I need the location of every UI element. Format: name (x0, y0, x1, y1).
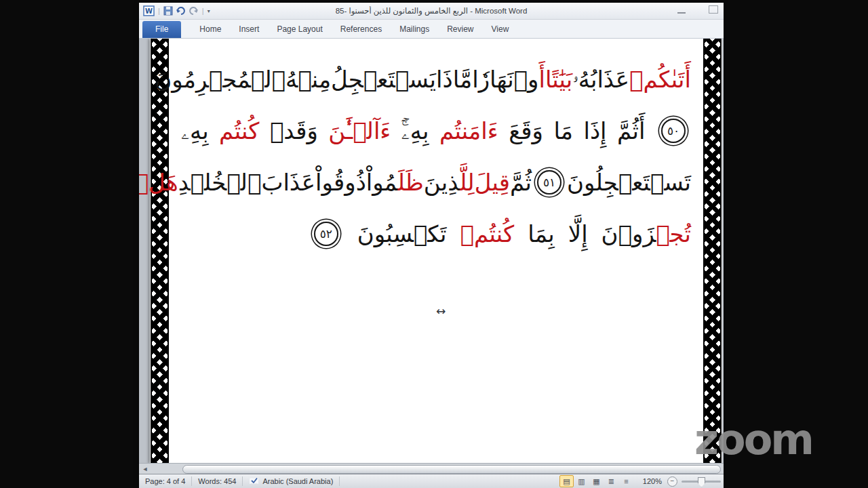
resize-cursor-icon: ↔ (436, 304, 446, 318)
undo-icon[interactable] (176, 7, 186, 16)
quran-word: تُجۡزَوۡنَ (601, 220, 691, 247)
quran-line: ٥٠أَثُمَّإِذَامَاوَقَعَءَامَنتُمبِهِۦٓۚء… (181, 105, 691, 157)
quran-word: إِلَّا (568, 220, 588, 247)
quran-word: ظَلَمُواْ (366, 169, 424, 196)
quran-word: ءَامَنتُم (439, 117, 498, 144)
titlebar: W | | ▾ الربع الخامس والثمانون للذين أحس… (139, 3, 724, 20)
video-background: { "titlebar": { "document_title": "الربع… (0, 0, 868, 488)
quran-word: لِلَّذِينَ (424, 169, 475, 196)
proofing-icon (249, 477, 259, 485)
quran-word: بَيَٰتًا (545, 66, 572, 93)
view-print-layout-button[interactable]: ▤ (559, 475, 574, 487)
quran-word: بِمَا (528, 220, 554, 247)
svg-text:W: W (145, 7, 153, 15)
zoom-out-button[interactable]: − (667, 476, 677, 487)
tab-view[interactable]: View (483, 21, 518, 38)
quran-word: مَا (553, 117, 573, 144)
quran-word: كُنتُمۡ (460, 220, 515, 247)
view-draft-button[interactable]: ≡ (619, 475, 633, 487)
quran-line: تُجۡزَوۡنَإِلَّابِمَاكُنتُمۡتَكۡسِبُونَ٥… (181, 208, 691, 260)
tab-references[interactable]: References (332, 21, 391, 38)
quick-access-toolbar: W | | ▾ (139, 5, 210, 16)
quran-word: ٱلۡخُلۡدِ (178, 169, 262, 196)
view-outline-button[interactable]: ≣ (604, 475, 618, 487)
tab-mailings[interactable]: Mailings (391, 21, 438, 38)
ornament-border-right (703, 39, 722, 464)
zoom-level[interactable]: 120% (637, 477, 667, 485)
page[interactable]: أَتَىٰكُمۡعَذَابُهُۥبَيَٰتًاأَوۡنَهَارٗا… (150, 39, 722, 464)
quran-word: أَتَىٰكُمۡ (629, 66, 691, 93)
statusbar: Page: 4 of 4 Words: 454 Arabic (Saudi Ar… (139, 474, 724, 488)
quran-word: مَّاذَا (436, 66, 472, 93)
scrollbar-thumb[interactable] (182, 465, 721, 474)
window-title: الربع الخامس والثمانون للذين أحسنوا -85 … (220, 6, 642, 16)
save-icon[interactable] (163, 6, 173, 16)
tab-page-layout[interactable]: Page Layout (268, 21, 331, 38)
tab-file[interactable]: File (142, 21, 181, 38)
quran-text: أَتَىٰكُمۡعَذَابُهُۥبَيَٰتًاأَوۡنَهَارٗا… (181, 54, 691, 260)
verse-number-badge: ٥٠ (661, 119, 686, 143)
quran-word: ءَآلۡـَٰٔنَ (328, 117, 391, 144)
divider: | (202, 7, 204, 15)
zoom-watermark: zoom (694, 415, 812, 464)
quran-word: عَذَابُهُۥ (572, 66, 629, 94)
word-window: W | | ▾ الربع الخامس والثمانون للذين أحس… (139, 3, 724, 488)
quran-word: ٱلۡمُجۡرِمُونَ (155, 66, 285, 93)
quran-word: قِيلَ (475, 169, 510, 196)
quran-word: مِنۡهُ (285, 66, 331, 93)
ornament-border-left (151, 39, 169, 464)
quran-word: وَقَدۡ (270, 117, 318, 144)
redo-icon[interactable] (189, 7, 199, 16)
quran-word: وَقَعَ (509, 117, 543, 144)
quran-word: هَلۡ (139, 169, 178, 196)
maximize-button[interactable] (709, 5, 718, 14)
divider: | (158, 7, 160, 15)
quran-word: يَسۡتَعۡجِلُ (331, 66, 436, 93)
quran-word: أَثُمَّ (617, 117, 646, 144)
quran-word: تَسۡتَعۡجِلُونَ (567, 169, 691, 196)
page-indicator[interactable]: Page: 4 of 4 (139, 476, 192, 486)
minimize-button[interactable] (677, 10, 686, 14)
tab-insert[interactable]: Insert (230, 21, 268, 38)
language-indicator: Arabic (Saudi Arabia) (262, 477, 333, 485)
zoom-slider-track[interactable] (682, 481, 721, 483)
verse-number-badge: ٥٢ (314, 222, 338, 246)
document-canvas: أَتَىٰكُمۡعَذَابُهُۥبَيَٰتًاأَوۡنَهَارٗا… (139, 39, 724, 464)
quran-word: عَذَابَ (261, 169, 315, 196)
quran-word: كُنتُم (219, 117, 259, 144)
zoom-slider-handle[interactable] (698, 477, 705, 487)
quran-word: ثُمَّ (510, 169, 532, 196)
tab-review[interactable]: Review (438, 21, 482, 38)
quran-word: ذُوقُواْ (315, 169, 366, 196)
scroll-left-icon[interactable]: ◄ (140, 465, 150, 473)
quran-word: إِذَا (583, 117, 606, 144)
word-app-icon[interactable]: W (143, 5, 155, 16)
quran-word: بِهِۦٓۚ (401, 117, 429, 145)
quran-word: نَهَارٗا (472, 66, 513, 93)
quran-word: أَوۡ (514, 66, 545, 93)
view-fullscreen-button[interactable]: ▥ (574, 475, 589, 487)
quran-line: أَتَىٰكُمۡعَذَابُهُۥبَيَٰتًاأَوۡنَهَارٗا… (181, 54, 691, 105)
tab-home[interactable]: Home (191, 21, 230, 38)
verse-number-badge: ٥١ (537, 170, 561, 195)
view-switcher: ▤ ▥ ▦ ≣ ≡ (555, 475, 637, 487)
quran-word: تَكۡسِبُونَ (357, 220, 447, 247)
horizontal-scrollbar[interactable]: ◄ (139, 463, 724, 474)
view-web-button[interactable]: ▦ (589, 475, 604, 487)
quran-line: تَسۡتَعۡجِلُونَ٥١ثُمَّقِيلَلِلَّذِينَظَل… (181, 157, 691, 208)
proofing-status[interactable]: Arabic (Saudi Arabia) (243, 476, 340, 486)
qat-dropdown-icon[interactable]: ▾ (208, 8, 210, 14)
word-count[interactable]: Words: 454 (192, 476, 243, 486)
zoom-slider[interactable]: − (667, 476, 724, 487)
quran-word: بِهِۦ (181, 117, 209, 145)
ribbon-tabs: File Home Insert Page Layout References … (139, 20, 724, 39)
